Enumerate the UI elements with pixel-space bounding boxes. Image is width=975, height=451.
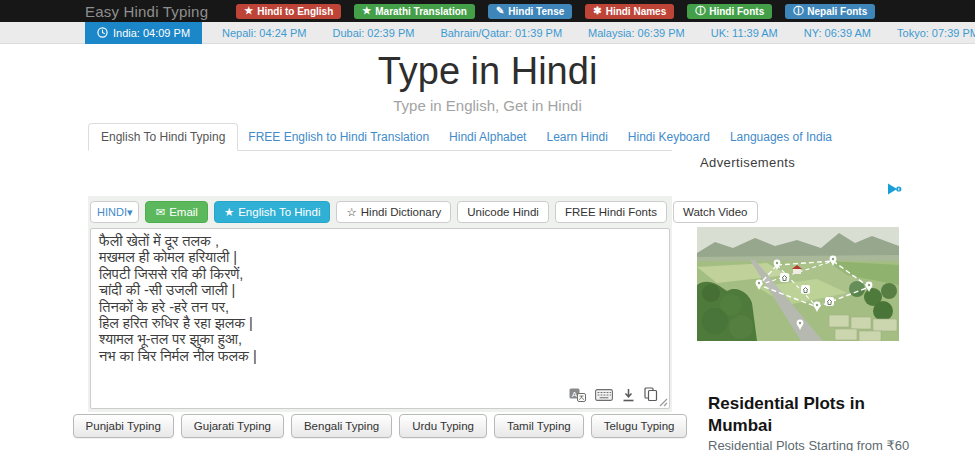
nav-nepali-fonts[interactable]: ⓘ Nepali Fonts: [785, 4, 875, 19]
nav-label: Hindi Names: [606, 6, 667, 17]
keyboard-icon[interactable]: [595, 389, 613, 401]
urdu-typing-button[interactable]: Urdu Typing: [399, 414, 487, 438]
english-to-hindi-button[interactable]: ★ English To Hindi: [214, 201, 331, 223]
language-select[interactable]: HINDI ▾: [90, 201, 139, 223]
timezone-item: UK: 11:39 AM: [711, 27, 778, 39]
nav-label: Hindi Tense: [508, 6, 564, 17]
timezone-india-label: India: 04:09 PM: [113, 27, 190, 39]
world-clock-bar: India: 04:09 PM Nepali: 04:24 PM Dubai: …: [0, 22, 975, 44]
top-navigation: ★ Hindi to English ★ Marathi Translation…: [236, 4, 875, 19]
nav-label: Nepali Fonts: [807, 6, 867, 17]
nav-hindi-fonts[interactable]: ⓘ Hindi Fonts: [687, 4, 772, 19]
hindi-dictionary-label: Hindi Dictionary: [361, 206, 442, 218]
editor-toolbar: HINDI ▾ ✉ Email ★ English To Hindi ☆ Hin…: [90, 200, 670, 224]
watch-video-button[interactable]: Watch Video: [673, 201, 758, 223]
nav-label: Hindi Fonts: [709, 6, 764, 17]
tab-hindi-alphabet[interactable]: Hindi Alphabet: [439, 124, 536, 150]
nav-hindi-names[interactable]: ✱ Hindi Names: [585, 4, 674, 19]
bengali-typing-button[interactable]: Bengali Typing: [291, 414, 392, 438]
email-button-label: Email: [169, 206, 198, 218]
nav-marathi-translation[interactable]: ★ Marathi Translation: [354, 4, 475, 19]
info-circle-icon: ⓘ: [793, 6, 803, 16]
email-button[interactable]: ✉ Email: [145, 201, 207, 223]
tab-languages-of-india[interactable]: Languages of India: [720, 124, 842, 150]
gujarati-typing-button[interactable]: Gujarati Typing: [181, 414, 284, 438]
copy-icon[interactable]: [644, 387, 658, 402]
telugu-typing-button[interactable]: Telugu Typing: [591, 414, 688, 438]
other-language-buttons: Punjabi Typing Gujarati Typing Bengali T…: [88, 414, 672, 438]
free-hindi-fonts-button[interactable]: FREE Hindi Fonts: [555, 201, 667, 223]
star-icon: ★: [362, 6, 371, 16]
tab-free-translation[interactable]: FREE English to Hindi Translation: [238, 124, 439, 150]
timezone-india-badge: India: 04:09 PM: [85, 22, 202, 44]
pencil-icon: ✎: [496, 6, 504, 16]
nav-hindi-tense[interactable]: ✎ Hindi Tense: [488, 4, 572, 19]
tab-hindi-keyboard[interactable]: Hindi Keyboard: [618, 124, 720, 150]
star-icon: ★: [244, 6, 253, 16]
page-title: Type in Hindi: [0, 50, 975, 93]
svg-text:A: A: [572, 389, 578, 398]
nav-hindi-to-english[interactable]: ★ Hindi to English: [236, 4, 341, 19]
ad-heading[interactable]: Residential Plots in Mumbai: [708, 393, 898, 437]
english-to-hindi-label: English To Hindi: [238, 206, 320, 218]
ad-image-land-plots[interactable]: [697, 227, 899, 341]
content-tabs: English To Hindi Typing FREE English to …: [88, 126, 672, 151]
timezone-item: Malaysia: 06:39 PM: [588, 27, 685, 39]
timezone-item: Bahrain/Qatar: 01:39 PM: [440, 27, 562, 39]
punjabi-typing-button[interactable]: Punjabi Typing: [73, 414, 174, 438]
clock-icon: [97, 27, 108, 38]
language-select-value: HINDI: [97, 206, 127, 218]
page-subtitle: Type in English, Get in Hindi: [0, 97, 975, 114]
envelope-icon: ✉: [155, 205, 165, 219]
typing-textarea[interactable]: फैली खेतों में दूर तलक , मखमल ही कोमल हर…: [90, 228, 670, 409]
hindi-dictionary-button[interactable]: ☆ Hindi Dictionary: [336, 201, 451, 223]
advertisements-label: Advertisements: [700, 155, 795, 170]
timezone-item: Tokyo: 07:39 PM: [897, 27, 975, 39]
typing-panel: HINDI ▾ ✉ Email ★ English To Hindi ☆ Hin…: [88, 196, 672, 412]
top-header-bar: Easy Hindi Typing ★ Hindi to English ★ M…: [0, 0, 975, 22]
translate-icon[interactable]: A: [569, 388, 586, 402]
star-outline-icon: ☆: [346, 205, 356, 219]
editor-action-icons: A: [569, 387, 658, 402]
timezone-item: Dubai: 02:39 PM: [332, 27, 414, 39]
chevron-down-icon: ▾: [127, 206, 133, 219]
site-brand[interactable]: Easy Hindi Typing: [85, 3, 208, 20]
download-icon[interactable]: [622, 388, 635, 402]
tab-english-to-hindi-typing[interactable]: English To Hindi Typing: [88, 123, 238, 151]
editor-area: फैली खेतों में दूर तलक , मखमल ही कोमल हर…: [90, 228, 670, 409]
unicode-hindi-button[interactable]: Unicode Hindi: [457, 201, 549, 223]
star-icon: ★: [224, 205, 234, 219]
resize-handle[interactable]: [658, 397, 668, 407]
nav-label: Hindi to English: [257, 6, 333, 17]
ad-subtext: Residential Plots Starting from ₹60: [708, 438, 958, 451]
asterisk-icon: ✱: [593, 6, 601, 16]
timezone-item: NY: 06:39 AM: [804, 27, 871, 39]
timezone-list: Nepali: 04:24 PM Dubai: 02:39 PM Bahrain…: [222, 27, 975, 39]
timezone-item: Nepali: 04:24 PM: [222, 27, 306, 39]
tamil-typing-button[interactable]: Tamil Typing: [494, 414, 584, 438]
tab-learn-hindi[interactable]: Learn Hindi: [536, 124, 617, 150]
nav-label: Marathi Translation: [375, 6, 467, 17]
info-circle-icon: ⓘ: [695, 6, 705, 16]
adchoices-icon[interactable]: [886, 182, 902, 196]
